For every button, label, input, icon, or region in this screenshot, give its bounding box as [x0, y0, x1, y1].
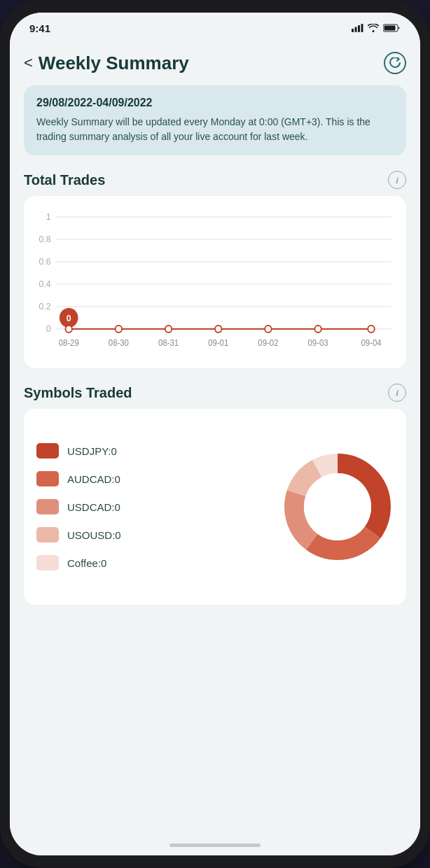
svg-text:09-01: 09-01 [208, 338, 228, 347]
svg-point-23 [368, 326, 374, 332]
usdcad-swatch [36, 499, 59, 514]
status-bar: 9:41 [10, 13, 420, 43]
header-left: < Weekly Summary [24, 52, 189, 74]
symbols-card: USDJPY:0 AUDCAD:0 USDCAD:0 USOUSD:0 [24, 409, 406, 605]
usdjpy-label: USDJPY:0 [67, 445, 117, 457]
status-icons [352, 24, 401, 32]
svg-text:08-30: 08-30 [109, 338, 130, 347]
list-item: USOUSD:0 [36, 527, 275, 542]
phone-shell: 9:41 [0, 0, 430, 868]
coffee-label: Coffee:0 [67, 557, 106, 569]
page-header: < Weekly Summary [24, 43, 406, 85]
usdjpy-swatch [36, 443, 59, 458]
total-trades-header: Total Trades i [24, 171, 406, 189]
svg-point-21 [265, 326, 271, 332]
svg-point-19 [165, 326, 172, 332]
symbols-traded-title: Symbols Traded [24, 385, 132, 401]
svg-rect-5 [384, 26, 396, 31]
legend-list: USDJPY:0 AUDCAD:0 USDCAD:0 USOUSD:0 [36, 443, 275, 570]
battery-icon [383, 24, 401, 32]
donut-chart [282, 451, 394, 563]
refresh-icon [389, 57, 401, 69]
home-indicator [10, 834, 420, 855]
svg-text:0: 0 [67, 314, 71, 323]
refresh-button[interactable] [384, 52, 406, 74]
back-button[interactable]: < [24, 54, 33, 72]
info-card-date: 29/08/2022-04/09/2022 [36, 97, 394, 109]
svg-rect-1 [355, 27, 357, 33]
info-card-text: Weekly Summary will be updated every Mon… [36, 115, 394, 144]
usousd-label: USOUSD:0 [67, 529, 121, 541]
list-item: USDJPY:0 [36, 443, 275, 458]
symbols-traded-header: Symbols Traded i [24, 384, 406, 402]
svg-text:0: 0 [46, 324, 51, 334]
svg-point-40 [304, 473, 371, 540]
svg-point-27 [65, 326, 71, 332]
svg-point-18 [116, 326, 122, 332]
list-item: AUDCAD:0 [36, 471, 275, 486]
svg-rect-3 [361, 24, 363, 32]
list-item: Coffee:0 [36, 555, 275, 570]
svg-text:0.6: 0.6 [39, 257, 50, 267]
svg-rect-0 [352, 29, 354, 32]
coffee-swatch [36, 555, 59, 570]
audcad-swatch [36, 471, 59, 486]
chart-card: 1 0.8 0.6 0.4 0.2 [24, 196, 406, 368]
status-time: 9:41 [29, 22, 50, 34]
svg-text:08-31: 08-31 [158, 338, 179, 347]
info-card: 29/08/2022-04/09/2022 Weekly Summary wil… [24, 85, 406, 155]
chart-area: 1 0.8 0.6 0.4 0.2 [32, 207, 398, 361]
svg-text:0.2: 0.2 [39, 302, 50, 312]
home-bar [169, 844, 261, 847]
svg-text:0.4: 0.4 [39, 279, 50, 289]
svg-text:09-03: 09-03 [308, 338, 328, 347]
scroll-content[interactable]: < Weekly Summary 29/08/2022-04/09/2022 W… [10, 43, 420, 834]
total-trades-info-button[interactable]: i [388, 171, 406, 189]
wifi-icon [368, 24, 379, 32]
svg-rect-2 [358, 25, 360, 32]
audcad-label: AUDCAD:0 [67, 473, 120, 485]
svg-text:09-04: 09-04 [361, 338, 382, 347]
donut-svg [282, 451, 394, 563]
svg-point-22 [314, 326, 321, 332]
signal-icon [352, 24, 363, 32]
phone-screen: 9:41 [10, 13, 420, 855]
svg-text:1: 1 [46, 212, 51, 222]
symbols-traded-info-button[interactable]: i [388, 384, 406, 402]
svg-text:0.8: 0.8 [39, 234, 50, 244]
list-item: USDCAD:0 [36, 499, 275, 514]
svg-point-20 [215, 326, 221, 332]
svg-text:08-29: 08-29 [59, 338, 79, 347]
page-title: Weekly Summary [39, 52, 189, 74]
usdcad-label: USDCAD:0 [67, 501, 120, 513]
usousd-swatch [36, 527, 59, 542]
line-chart: 1 0.8 0.6 0.4 0.2 [32, 207, 398, 361]
total-trades-title: Total Trades [24, 172, 105, 188]
svg-text:09-02: 09-02 [258, 338, 278, 347]
